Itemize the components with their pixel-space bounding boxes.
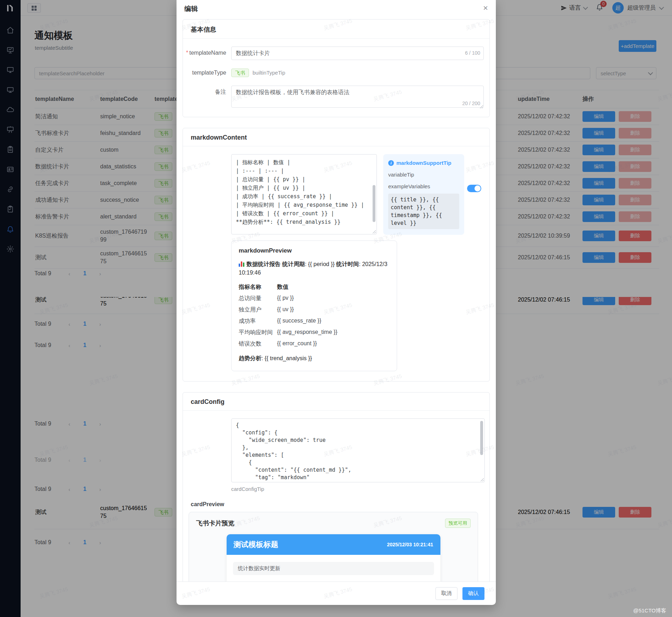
report-title-segment: 统计时间 (336, 261, 359, 267)
card-config-section: cardConfig { "config": { "wide_screen_mo… (183, 392, 490, 581)
metric-header: 数值 (277, 283, 390, 291)
template-name-input[interactable] (231, 47, 484, 60)
cancel-button[interactable]: 取消 (435, 587, 457, 600)
remark-label: 备注 (183, 86, 226, 109)
metric-name: 独立用户 (239, 306, 277, 314)
editor-line: { (236, 459, 479, 466)
remark-textarea[interactable]: 数据统计报告模板，使用飞书兼容的表格语法 (231, 86, 484, 108)
editor-line: "wide_screen_mode": true (236, 437, 479, 444)
feishu-preview-title: 飞书卡片预览 (196, 519, 234, 527)
markdown-support-tipbox: i markdownSupportTip variableTip example… (383, 154, 464, 235)
report-title-segment: 数据统计报告 (246, 261, 282, 267)
card-config-editor[interactable]: { "config": { "wide_screen_mode": true }… (231, 418, 485, 482)
editor-line: "elements": [ (236, 451, 479, 459)
editor-line: **趋势分析**: {{ trend_analysis }} (236, 218, 372, 226)
template-type-label: templateType (183, 68, 226, 78)
template-name-label: *templateName (183, 47, 226, 60)
markdown-preview-label: markdownPreview (239, 247, 390, 254)
report-title-segment: : {{ period }} (305, 261, 336, 267)
info-icon: i (388, 160, 394, 166)
preview-toggle[interactable] (467, 185, 481, 192)
metric-value: {{ error_count }} (277, 340, 390, 348)
markdown-content-title: markdownContent (183, 128, 489, 146)
metric-value: {{ avg_response_time }} (277, 329, 390, 336)
brand-watermark: @51CTO博客 (633, 607, 666, 614)
editor-line: "config": { (236, 429, 479, 437)
editor-line: "content": "{{ content_md }}", (236, 466, 479, 474)
report-title-segment: 统计周期 (282, 261, 305, 267)
markdown-preview-panel: markdownPreview 数据统计报告 统计周期: {{ period }… (231, 240, 397, 371)
feishu-card-preview-box: 飞书卡片预览 预览可用 测试模板标题 2025/12/03 10:21:41 统… (189, 512, 478, 581)
name-char-counter: 6 / 100 (465, 50, 480, 56)
metric-value: {{ uv }} (277, 306, 390, 314)
report-title-line: 数据统计报告 统计周期: {{ period }} 统计时间: 2025/12/… (239, 260, 390, 277)
example-variables-label: exampleVariables (388, 183, 459, 189)
editor-line: | 独立用户 | {{ uv }} | (236, 184, 372, 192)
markdown-editor[interactable]: ⎯⎯ ⎯⎯⎯ ⎯⎯ | 指标名称 | 数值 || :--- | :--- || … (231, 154, 377, 234)
metric-name: 平均响应时间 (239, 329, 277, 336)
preview-available-badge: 预览可用 (445, 519, 471, 528)
editor-line: { (236, 422, 479, 429)
variable-tip: variableTip (388, 172, 459, 178)
card-body-text: 统计数据实时更新 (233, 562, 434, 575)
editor-line: | 错误次数 | {{ error_count }} | (236, 209, 372, 218)
editor-line: | 平均响应时间 | {{ avg_response_time }} | (236, 201, 372, 209)
editor-scrollbar[interactable] (373, 185, 375, 222)
metric-value: {{ pv }} (277, 295, 390, 302)
card-timestamp: 2025/12/03 10:21:41 (387, 542, 433, 547)
bar-chart-icon (239, 261, 244, 267)
edit-template-modal: 编辑 ✕ 基本信息 *templateName 6 / 100 template… (177, 0, 496, 605)
metric-value: {{ success_rate }} (277, 318, 390, 325)
metric-name: 总访问量 (239, 295, 277, 302)
editor-line: | 指标名称 | 数值 | (236, 158, 372, 167)
template-type-tag: 飞书 (231, 69, 249, 77)
metric-header: 指标名称 (239, 283, 277, 291)
editor-line: | 总访问量 | {{ pv }} | (236, 175, 372, 184)
basic-info-title: 基本信息 (183, 20, 489, 39)
builtin-type-tip: builtinTypeTip (253, 68, 285, 78)
markdown-content-section: markdownContent ⎯⎯ ⎯⎯⎯ ⎯⎯ | 指标名称 | 数值 ||… (183, 128, 490, 381)
close-icon[interactable]: ✕ (481, 4, 490, 13)
modal-title: 编辑 (184, 4, 198, 13)
resize-handle[interactable] (480, 477, 484, 481)
metric-name: 成功率 (239, 318, 277, 325)
basic-info-section: 基本信息 *templateName 6 / 100 templateType … (183, 19, 490, 117)
editor-line: "tag": "markdown" (236, 474, 479, 481)
example-variables-code: {{ title }}, {{ content }}, {{ timestamp… (388, 194, 459, 229)
editor-line: } (236, 481, 479, 482)
remark-char-counter: 20 / 200 (462, 101, 480, 106)
trend-line: 趋势分析: {{ trend_analysis }} (239, 355, 390, 362)
card-title: 测试模板标题 (234, 540, 278, 550)
feishu-card: 测试模板标题 2025/12/03 10:21:41 统计数据实时更新 (227, 534, 440, 581)
markdown-support-tip: markdownSupportTip (396, 160, 451, 166)
metrics-table: 指标名称数值总访问量{{ pv }}独立用户{{ uv }}成功率{{ succ… (239, 283, 390, 348)
editor-line: | 成功率 | {{ success_rate }} | (236, 192, 372, 201)
editor-line: | :--- | :--- | (236, 167, 372, 175)
card-preview-label: cardPreview (191, 501, 484, 508)
metric-name: 错误次数 (239, 340, 277, 348)
confirm-button[interactable]: 确认 (462, 587, 484, 600)
editor-scrollbar[interactable] (480, 421, 483, 455)
editor-line: }, (236, 444, 479, 451)
card-config-tip: cardConfigTip (231, 486, 484, 492)
resize-handle[interactable] (372, 229, 376, 233)
card-config-title: cardConfig (183, 393, 489, 411)
